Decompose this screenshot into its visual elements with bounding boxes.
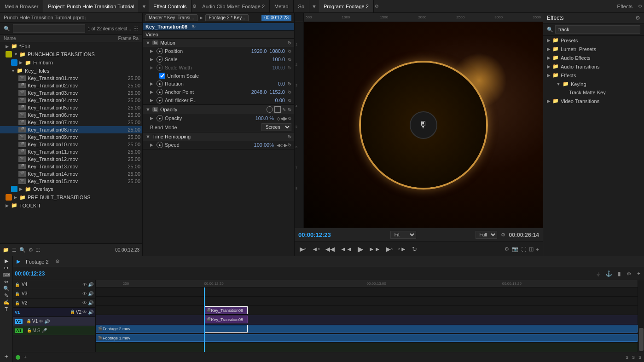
track-v4-row[interactable] <box>96 287 638 297</box>
tab-program[interactable]: Program: Footage 2 <box>319 0 374 12</box>
lock-icon[interactable]: 🔒 <box>70 310 75 315</box>
tree-item-t14[interactable]: 🎬 Key_Transition14.mov 25.00 <box>0 170 142 178</box>
tree-item-overlays[interactable]: ▶ 📁 Overlays <box>0 185 142 193</box>
settings-btn[interactable]: ⚙ <box>625 270 633 278</box>
reset-btn[interactable]: ↻ <box>288 49 291 54</box>
panel-expand[interactable]: ▼ <box>309 4 319 9</box>
track-v2-row[interactable]: 🎬 Key_Transition08 <box>96 306 638 315</box>
timeline-timecode[interactable]: 00:00:12:23 <box>15 270 45 277</box>
prop-val-y[interactable]: 1080.0 <box>269 48 285 54</box>
prev-keyframe-btn[interactable]: ◀ <box>277 143 280 148</box>
razor-tool[interactable]: ⌨ <box>3 272 10 278</box>
search-icon-bottom[interactable]: 🔍 <box>19 247 26 253</box>
track-v1-inner-row[interactable]: 🎬 Footage 2.mov <box>96 324 638 333</box>
tab-metadata[interactable]: Metad <box>270 0 294 12</box>
tab-project[interactable]: Project: Punch Hole Transition Tutorial <box>43 0 139 12</box>
effects-settings-icon[interactable]: ⚙ <box>635 15 640 21</box>
add-btn[interactable]: + <box>536 247 539 252</box>
prop-val[interactable]: 0.00 <box>275 98 285 103</box>
add-marker-btn[interactable]: ▶▫ <box>298 246 308 253</box>
clip-key08-mid[interactable]: 🎬 Key_Transition08 <box>204 316 247 323</box>
tree-item-t01[interactable]: 🎬 Key_Transition01.mov 25.00 <box>0 75 142 82</box>
add-track-btn[interactable]: + <box>635 270 642 278</box>
effects-item-video-transitions[interactable]: ▶ 📁 Video Transitions <box>543 97 644 105</box>
expand-icon[interactable]: ▼ <box>139 4 149 9</box>
audio-icon[interactable]: 🔊 <box>44 319 50 324</box>
prop-val[interactable]: 100.0 % <box>255 115 274 121</box>
lock-icon[interactable]: 🔒 <box>15 282 20 287</box>
mute-icon[interactable]: M <box>33 328 36 333</box>
tree-item-t02[interactable]: 🎬 Key_Transition02.mov 25.00 <box>0 82 142 89</box>
motion-section-header[interactable]: ▼ fx Motion ↻ <box>143 39 294 47</box>
pen-tool-btn[interactable]: ✎ <box>282 107 286 112</box>
zoom-tool[interactable]: 🔍 <box>3 286 10 292</box>
effects-item-keying[interactable]: ▼ 📁 Keying <box>543 80 644 88</box>
tab-media-browser[interactable]: Media Browser <box>0 0 43 12</box>
blend-mode-select[interactable]: Screen Normal Multiply Overlay <box>261 123 291 131</box>
ripple-tool[interactable]: ⇔ <box>4 279 8 285</box>
audio-icon[interactable]: 🔊 <box>88 291 93 296</box>
settings-icon-bottom[interactable]: ⚙ <box>29 247 33 253</box>
effects-item-track-matte-key[interactable]: Track Matte Key <box>543 88 644 97</box>
reset-icon[interactable]: ↻ <box>192 24 196 29</box>
reset-icon[interactable]: ↻ <box>288 40 291 46</box>
tab-effect-controls[interactable]: Effect Controls <box>149 0 191 12</box>
audio-icon[interactable]: 🔊 <box>88 310 93 315</box>
reset-btn[interactable]: ↻ <box>288 90 291 95</box>
tree-item-t09[interactable]: 🎬 Key_Transition09.mov 25.00 <box>0 133 142 141</box>
next-keyframe-btn[interactable]: ▶ <box>284 143 288 148</box>
rewind-btn[interactable]: ◄◄ <box>339 246 354 253</box>
ellipse-shape-btn[interactable] <box>267 106 273 113</box>
lock-icon[interactable]: 🔒 <box>15 301 20 305</box>
marker-btn[interactable]: ▮ <box>616 270 623 278</box>
prev-frame-btn[interactable]: ◀◀ <box>324 246 336 253</box>
lock-icon[interactable]: 🔒 <box>26 319 31 324</box>
snap-btn[interactable]: ⏚ <box>595 270 602 278</box>
visibility-icon[interactable]: 👁 <box>39 319 43 324</box>
clip-footage1[interactable]: 🎬 Footage 1.mov <box>96 334 638 342</box>
next-keyframe-btn[interactable]: ▶ <box>284 116 288 121</box>
prop-val-x[interactable]: 2048.0 <box>251 89 267 95</box>
fullscreen-btn[interactable]: ⛶ <box>521 247 526 252</box>
effects-item-lumetri[interactable]: ▶ 📁 Lumetri Presets <box>543 45 644 53</box>
add-keyframe-btn[interactable]: ◇ <box>280 143 284 148</box>
track-a1-row[interactable] <box>96 343 638 352</box>
tree-item-t06[interactable]: 🎬 Key_Transition06.mov 25.00 <box>0 111 142 119</box>
clip-footage2-overlay[interactable] <box>204 325 247 333</box>
reset-btn[interactable]: ↻ <box>288 143 291 148</box>
project-search-input[interactable] <box>13 24 85 33</box>
tree-item-edit[interactable]: ▶ 📁 *Edit <box>0 42 142 50</box>
lock-icon[interactable]: 🔒 <box>15 292 20 296</box>
visibility-icon[interactable]: 👁 <box>82 291 87 296</box>
add-button[interactable]: + <box>4 353 8 360</box>
track-v3-row[interactable] <box>96 297 638 306</box>
prop-val[interactable]: 100.0 <box>272 57 285 62</box>
forward-btn[interactable]: ►► <box>367 246 382 253</box>
tree-item-prebuilt[interactable]: ▶ 📁 PRE-BUILT_TRANSITIONS <box>0 193 142 201</box>
fit-select[interactable]: Fit 25% 50% 100% <box>390 231 416 239</box>
audio-icon[interactable]: 🔊 <box>88 300 93 305</box>
clip-key08-top[interactable]: 🎬 Key_Transition08 <box>204 306 247 314</box>
prop-val-y[interactable]: 1152.0 <box>269 89 285 95</box>
reset-icon[interactable]: ↻ <box>288 134 291 139</box>
track-select-tool[interactable]: ↦ <box>4 265 8 271</box>
prev-keyframe-btn[interactable]: ◀ <box>280 116 284 121</box>
quality-select[interactable]: Full 1/2 1/4 <box>476 231 497 239</box>
clip-footage2[interactable]: 🎬 Footage 2.mov <box>96 325 638 333</box>
time-remapping-header[interactable]: ▼ Time Remapping ↻ <box>143 132 294 141</box>
step-forward-btn[interactable]: ▫► <box>397 246 407 253</box>
pen-tool[interactable]: ✎ <box>4 293 8 299</box>
master-selector[interactable]: Master * Key_Transi... <box>145 14 197 21</box>
tree-item-t04[interactable]: 🎬 Key_Transition04.mov 25.00 <box>0 97 142 104</box>
rect-shape-btn[interactable] <box>274 106 281 113</box>
wrench-icon[interactable]: ⚙ <box>501 232 505 238</box>
new-item-icon[interactable]: ☰ <box>12 247 17 253</box>
tree-item-toolkit[interactable]: ▶ 📁 TOOLKIT <box>0 201 142 209</box>
tree-item-punchhole[interactable]: ▼ 📁 PUNCHHOLE TRANSITIONS <box>0 50 142 58</box>
visibility-icon[interactable]: 👁 <box>82 310 87 315</box>
solo-icon[interactable]: S <box>37 328 41 333</box>
effects-search-input[interactable] <box>555 25 640 34</box>
add-media-btn[interactable]: + <box>24 355 27 360</box>
tree-item-t05[interactable]: 🎬 Key_Transition05.mov 25.00 <box>0 104 142 111</box>
sequence-settings-icon[interactable]: ⚙ <box>55 259 60 264</box>
